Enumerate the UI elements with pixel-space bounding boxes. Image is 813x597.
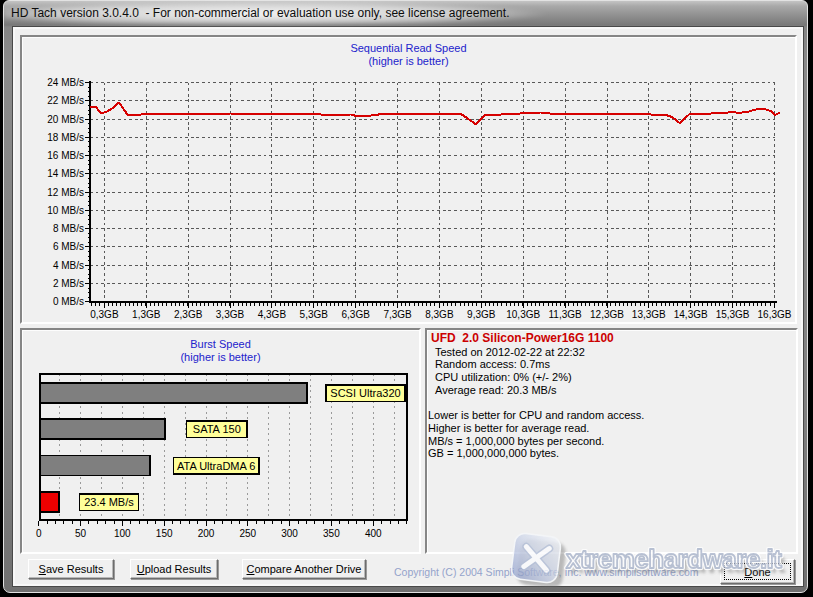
svg-text:0: 0 xyxy=(36,528,42,539)
svg-text:2,3GB: 2,3GB xyxy=(174,309,203,320)
svg-text:6 MB/s: 6 MB/s xyxy=(53,241,84,252)
svg-text:ATA UltraDMA 6: ATA UltraDMA 6 xyxy=(177,460,255,472)
svg-text:400: 400 xyxy=(365,528,382,539)
svg-text:200: 200 xyxy=(198,528,215,539)
svg-text:4 MB/s: 4 MB/s xyxy=(53,260,84,271)
svg-text:10 MB/s: 10 MB/s xyxy=(47,205,84,216)
svg-text:20 MB/s: 20 MB/s xyxy=(47,114,84,125)
svg-text:11,3GB: 11,3GB xyxy=(549,309,582,320)
svg-text:15,3GB: 15,3GB xyxy=(716,309,750,320)
svg-text:250: 250 xyxy=(239,528,256,539)
svg-text:1,3GB: 1,3GB xyxy=(132,309,161,320)
svg-text:50: 50 xyxy=(75,528,87,539)
svg-text:16,3GB: 16,3GB xyxy=(758,309,792,320)
svg-text:23.4 MB/s: 23.4 MB/s xyxy=(84,496,134,508)
svg-text:100: 100 xyxy=(114,528,131,539)
svg-text:9,3GB: 9,3GB xyxy=(467,309,496,320)
svg-text:0 MB/s: 0 MB/s xyxy=(53,296,84,307)
svg-text:4,3GB: 4,3GB xyxy=(258,309,287,320)
svg-text:8,3GB: 8,3GB xyxy=(425,309,454,320)
svg-text:10,3GB: 10,3GB xyxy=(506,309,540,320)
svg-text:350: 350 xyxy=(323,528,340,539)
svg-text:7,3GB: 7,3GB xyxy=(383,309,412,320)
svg-text:SATA 150: SATA 150 xyxy=(193,423,241,435)
svg-text:0,3GB: 0,3GB xyxy=(90,309,119,320)
svg-text:16 MB/s: 16 MB/s xyxy=(47,150,84,161)
svg-text:300: 300 xyxy=(281,528,298,539)
svg-text:6,3GB: 6,3GB xyxy=(342,309,371,320)
svg-text:150: 150 xyxy=(156,528,173,539)
svg-text:24 MB/s: 24 MB/s xyxy=(47,77,84,88)
svg-text:13,3GB: 13,3GB xyxy=(632,309,666,320)
svg-text:18 MB/s: 18 MB/s xyxy=(47,132,84,143)
svg-text:12,3GB: 12,3GB xyxy=(590,309,624,320)
svg-text:2 MB/s: 2 MB/s xyxy=(53,278,84,289)
svg-text:SCSI Ultra320: SCSI Ultra320 xyxy=(330,387,400,399)
svg-text:14,3GB: 14,3GB xyxy=(674,309,708,320)
svg-text:12 MB/s: 12 MB/s xyxy=(47,187,84,198)
svg-text:8 MB/s: 8 MB/s xyxy=(53,223,84,234)
svg-text:22 MB/s: 22 MB/s xyxy=(47,95,84,106)
svg-text:xtremehardware.it: xtremehardware.it xyxy=(566,544,782,574)
svg-text:5,3GB: 5,3GB xyxy=(300,309,329,320)
svg-text:14 MB/s: 14 MB/s xyxy=(47,168,84,179)
svg-text:3,3GB: 3,3GB xyxy=(216,309,245,320)
